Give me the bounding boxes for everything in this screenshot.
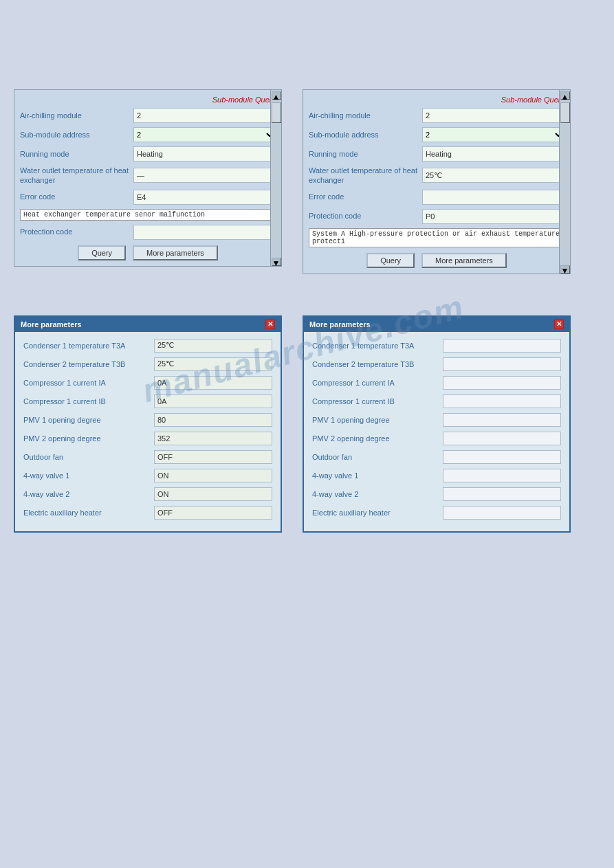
more1-label-9: Electric auxiliary heater: [23, 509, 154, 517]
more1-row-2: Compressor 1 current IA: [23, 376, 272, 390]
more2-input-1[interactable]: [443, 357, 561, 371]
panel2-input-4[interactable]: [422, 190, 564, 205]
more1-title-bar: More parameters ✕: [15, 317, 281, 332]
scroll-thumb[interactable]: [272, 102, 281, 123]
more2-row-6: Outdoor fan: [312, 450, 561, 464]
more2-input-4[interactable]: [443, 413, 561, 427]
bottom-row: More parameters ✕ Condenser 1 temperatur…: [14, 315, 600, 533]
panel1-label-0: Air-chilling module: [20, 111, 133, 120]
more2-row-9: Electric auxiliary heater: [312, 506, 561, 520]
more2-input-5[interactable]: [443, 432, 561, 445]
more1-input-5[interactable]: [154, 432, 272, 445]
scroll-down-btn[interactable]: ▼: [272, 258, 281, 266]
panel2-select-1[interactable]: 2: [422, 127, 564, 142]
panel2-tooltip: System A High-pressure protection or air…: [309, 228, 564, 247]
panel2-label-3: Water outlet temperature of heat exchang…: [309, 166, 422, 186]
more1-input-8[interactable]: [154, 487, 272, 501]
panel1-row-5: Protection code: [20, 225, 276, 240]
more1-label-7: 4-way valve 1: [23, 471, 154, 480]
more1-row-9: Electric auxiliary heater: [23, 506, 272, 520]
more2-title-bar: More parameters ✕: [304, 317, 569, 332]
panel1-label-4: Error code: [20, 192, 133, 201]
panel2-input-3[interactable]: [422, 168, 564, 183]
panel1-input-4[interactable]: [133, 190, 276, 205]
panel1-row-4: Error code: [20, 190, 276, 205]
panel1-input-5[interactable]: [133, 225, 276, 240]
panel2-query-btn[interactable]: Query: [366, 253, 415, 268]
panel1-label-3: Water outlet temperature of heat exchang…: [20, 166, 133, 186]
top-row: Sub-module Query Air-chilling module Sub…: [14, 89, 600, 274]
panel2-row-5: Protection code: [309, 209, 564, 224]
more2-title: More parameters: [309, 320, 371, 329]
panel2-label-2: Running mode: [309, 149, 422, 159]
panel1-row-3: Water outlet temperature of heat exchang…: [20, 166, 276, 186]
panel1-label-5: Protection code: [20, 227, 133, 236]
panel2-input-2[interactable]: [422, 146, 564, 162]
more1-row-1: Condenser 2 temperature T3B: [23, 357, 272, 371]
panel1-tooltip: Heat exchanger temperature senor malfunc…: [20, 209, 276, 221]
more1-input-3[interactable]: [154, 394, 272, 408]
more-params-panel-1: More parameters ✕ Condenser 1 temperatur…: [14, 315, 282, 533]
more1-label-2: Compressor 1 current IA: [23, 379, 154, 387]
panel1-input-2[interactable]: [133, 146, 276, 162]
panel1-input-0[interactable]: [133, 108, 276, 123]
more2-row-5: PMV 2 opening degree: [312, 432, 561, 445]
panel2-input-5[interactable]: [422, 209, 564, 224]
panel1-more-btn[interactable]: More parameters: [133, 245, 218, 260]
more1-label-4: PMV 1 opening degree: [23, 416, 154, 424]
more1-input-6[interactable]: [154, 450, 272, 464]
panel2-row-2: Running mode: [309, 146, 564, 162]
more1-label-1: Condenser 2 temperature T3B: [23, 360, 154, 368]
panel2-more-btn[interactable]: More parameters: [421, 253, 507, 268]
panel2-title: Sub-module Query: [309, 96, 564, 104]
panel1-row-1: Sub-module address 2: [20, 127, 276, 142]
panel2-label-0: Air-chilling module: [309, 111, 422, 120]
more2-close-btn[interactable]: ✕: [554, 320, 564, 329]
panel1-input-3[interactable]: [133, 168, 276, 183]
more2-label-5: PMV 2 opening degree: [312, 434, 443, 443]
scroll-up-btn[interactable]: ▲: [272, 91, 281, 100]
more1-input-9[interactable]: [154, 506, 272, 520]
panel2-input-0[interactable]: [422, 108, 564, 123]
more2-input-7[interactable]: [443, 469, 561, 482]
scroll2-thumb[interactable]: [560, 102, 570, 123]
panel1-select-1[interactable]: 2: [133, 127, 276, 142]
more2-label-6: Outdoor fan: [312, 453, 443, 461]
panel2-row-3: Water outlet temperature of heat exchang…: [309, 166, 564, 186]
panel2-scrollbar[interactable]: ▲ ▼: [559, 90, 570, 274]
panel2-row-0: Air-chilling module: [309, 108, 564, 123]
scroll2-down-btn[interactable]: ▼: [560, 265, 570, 274]
more1-close-btn[interactable]: ✕: [265, 320, 275, 329]
more2-input-8[interactable]: [443, 487, 561, 501]
more2-input-2[interactable]: [443, 376, 561, 390]
panel1-row-2: Running mode: [20, 146, 276, 162]
more1-row-6: Outdoor fan: [23, 450, 272, 464]
more-params-panel-2: More parameters ✕ Condenser 1 temperatur…: [303, 315, 571, 533]
more2-input-6[interactable]: [443, 450, 561, 464]
more2-label-8: 4-way valve 2: [312, 490, 443, 498]
more2-input-9[interactable]: [443, 506, 561, 520]
more2-row-4: PMV 1 opening degree: [312, 413, 561, 427]
more1-input-1[interactable]: [154, 357, 272, 371]
more1-input-4[interactable]: [154, 413, 272, 427]
more2-label-4: PMV 1 opening degree: [312, 416, 443, 424]
panel1-scrollbar[interactable]: ▲ ▼: [270, 90, 281, 266]
more2-input-3[interactable]: [443, 394, 561, 408]
panel2-btn-row: Query More parameters: [309, 253, 564, 268]
panel1-query-btn[interactable]: Query: [78, 245, 126, 260]
more1-content: Condenser 1 temperature T3A Condenser 2 …: [15, 332, 281, 531]
more1-row-3: Compressor 1 current IB: [23, 394, 272, 408]
more1-row-4: PMV 1 opening degree: [23, 413, 272, 427]
more1-input-2[interactable]: [154, 376, 272, 390]
more1-input-7[interactable]: [154, 469, 272, 482]
more2-input-0[interactable]: [443, 339, 561, 353]
more2-row-3: Compressor 1 current IB: [312, 394, 561, 408]
more2-label-2: Compressor 1 current IA: [312, 379, 443, 387]
more1-row-8: 4-way valve 2: [23, 487, 272, 501]
query-panel-2: Sub-module Query Air-chilling module Sub…: [303, 89, 571, 274]
more1-title: More parameters: [21, 320, 82, 329]
scroll2-up-btn[interactable]: ▲: [560, 91, 570, 100]
panel1-title: Sub-module Query: [20, 96, 276, 104]
more1-input-0[interactable]: [154, 339, 272, 353]
panel1-label-2: Running mode: [20, 149, 133, 159]
